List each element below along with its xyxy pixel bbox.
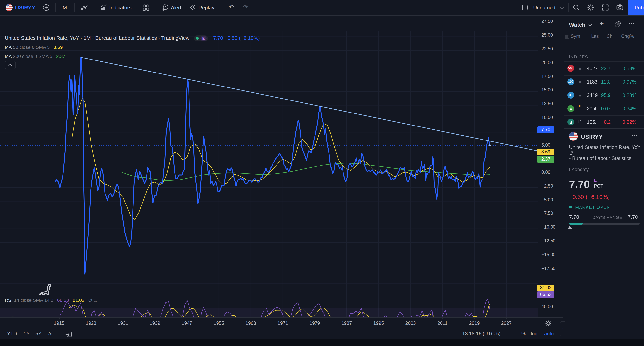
column-symbol[interactable]: Symbol xyxy=(571,33,580,39)
row-divider xyxy=(564,102,644,102)
column-chg[interactable]: Chg xyxy=(606,33,613,39)
time-axis-label: 2011 xyxy=(437,320,448,326)
symbol-detail-name[interactable]: USIRYY xyxy=(581,133,603,140)
indicators-icon[interactable] xyxy=(100,4,107,11)
watchlist-menu-icon[interactable]: ••• xyxy=(628,22,634,26)
pie-chart-icon[interactable] xyxy=(614,21,621,28)
market-status-row: MARKET OPEN xyxy=(569,203,610,210)
rsi-name: RSI xyxy=(5,298,12,303)
rsi-badge: 66.53 xyxy=(537,291,554,298)
watchlist-row[interactable]: 500402723.70.59% xyxy=(564,62,644,75)
cell-last: 1183 xyxy=(587,79,600,85)
data-status-pill[interactable]: E xyxy=(194,35,208,41)
symbol-flag-avatar[interactable] xyxy=(6,4,12,11)
price-chart xyxy=(0,15,538,333)
log-scale-button[interactable]: log xyxy=(531,331,537,337)
watchlist-title[interactable]: Watch xyxy=(569,22,586,28)
symbol-price-unit: PCT xyxy=(594,183,604,189)
day-range-bar xyxy=(569,223,640,224)
time-axis-tick xyxy=(474,318,475,319)
price-axis-label: −5.00 xyxy=(542,197,553,202)
range-button-1y[interactable]: 1Y xyxy=(24,331,30,337)
clock-time[interactable]: 13:18:16 (UTC-5) xyxy=(462,331,501,337)
price-axis-label: 20.00 xyxy=(542,60,553,65)
market-open-dot-icon xyxy=(569,206,572,208)
cell-chg-pct: 0.34% xyxy=(614,106,636,111)
fullscreen-icon[interactable] xyxy=(602,4,609,11)
column-last[interactable]: Last xyxy=(591,33,600,39)
camera-icon[interactable] xyxy=(616,3,624,11)
dinosaur-sticker-icon[interactable] xyxy=(38,281,52,297)
replay-button[interactable]: Replay xyxy=(198,5,214,11)
row-divider xyxy=(564,75,644,76)
chart-title[interactable]: United States Inflation Rate, YoY · 1M ·… xyxy=(5,35,190,41)
bottom-toolbar: YTD1Y5YAll 13:18:16 (UTC-5) % log auto xyxy=(0,329,563,339)
symbol-button[interactable]: USIRYY xyxy=(15,4,35,11)
symbol-logo-icon: 100 xyxy=(568,78,574,85)
price-axis-label: 17.50 xyxy=(542,73,553,79)
alert-icon[interactable] xyxy=(162,3,169,11)
range-button-all[interactable]: All xyxy=(48,331,54,337)
column-chg-pct[interactable]: Chg% xyxy=(621,33,634,39)
search-icon[interactable] xyxy=(572,4,580,11)
range-button-ytd[interactable]: YTD xyxy=(7,331,17,337)
flag-column-icon[interactable] xyxy=(564,34,570,39)
chart-pane[interactable]: United States Inflation Rate, YoY · 1M ·… xyxy=(0,15,538,317)
watchlist-section-label[interactable]: INDICES xyxy=(569,54,588,59)
ma50-legend-row[interactable]: MA 50 close 0 SMA 5 3.69 xyxy=(5,44,63,50)
time-axis-label: 1947 xyxy=(182,320,192,326)
chevron-down-icon[interactable] xyxy=(588,24,592,27)
go-to-date-icon[interactable] xyxy=(66,331,72,338)
layout-icon[interactable] xyxy=(521,4,528,11)
redo-icon[interactable]: ↷ xyxy=(243,3,248,11)
top-toolbar: USIRYY M Indicators Alert Replay ↶ ↷ xyxy=(0,0,644,16)
symbol-sector[interactable]: Economy xyxy=(569,167,589,172)
price-scale[interactable]: 27.5025.0022.5020.0017.5015.0012.5010.00… xyxy=(538,15,564,317)
alert-button[interactable]: Alert xyxy=(171,5,181,11)
compare-add-symbol-icon[interactable] xyxy=(42,4,50,11)
price-axis-label: −17.50 xyxy=(542,265,556,271)
rsi-value: 66.53 xyxy=(57,298,69,303)
rsi-empty-values: ∅ ∅ xyxy=(88,298,98,303)
indicators-button[interactable]: Indicators xyxy=(109,5,132,11)
watchlist-row[interactable]: 30341995.90.28% xyxy=(564,89,644,102)
current-price-badge: 7.70 xyxy=(537,127,554,133)
legend-collapse-button[interactable] xyxy=(5,61,16,69)
percent-scale-button[interactable]: % xyxy=(521,331,526,337)
undo-icon[interactable]: ↶ xyxy=(229,3,234,11)
ma200-legend-row[interactable]: MA 200 close 0 SMA 5 2.37 xyxy=(5,54,65,59)
auto-scale-button[interactable]: auto xyxy=(544,331,554,337)
gear-icon[interactable] xyxy=(587,4,594,11)
layout-name-button[interactable]: Unnamed xyxy=(533,5,556,11)
delayed-data-flag: D xyxy=(579,104,581,108)
rsi-legend-row[interactable]: RSI 14 close SMA 14 2 66.53 81.02 ∅ ∅ xyxy=(5,298,98,303)
external-link-icon[interactable] xyxy=(569,151,574,155)
price-axis-label: −10.00 xyxy=(542,224,556,230)
watchlist-row[interactable]: $D105.−0.2−0.22% xyxy=(564,115,644,129)
toolbar-separator xyxy=(55,3,56,12)
ma50-params: 50 close 0 SMA 5 xyxy=(13,44,50,50)
publish-button[interactable]: Publish xyxy=(628,0,644,15)
range-button-5y[interactable]: 5Y xyxy=(36,331,42,337)
time-axis[interactable]: 1915192319311939194719551963197119791987… xyxy=(0,317,563,329)
time-axis-tick xyxy=(315,318,315,319)
interval-button[interactable]: M xyxy=(63,5,67,11)
cell-chg: 113. xyxy=(601,79,613,85)
watchlist-row[interactable]: »D20.40.070.34% xyxy=(564,102,644,115)
chevron-down-icon[interactable] xyxy=(560,6,564,9)
price-axis-label: −12.50 xyxy=(542,238,556,244)
chart-style-icon[interactable] xyxy=(81,4,88,11)
watchlist-panel: Watch + ••• Symbol Last Chg Chg% INDICES… xyxy=(564,15,644,339)
symbol-menu-icon[interactable]: ••• xyxy=(632,134,638,138)
ma200-price-badge: 2.37 xyxy=(537,156,554,163)
replay-icon[interactable] xyxy=(189,4,196,11)
time-axis-label: 2019 xyxy=(469,320,480,326)
time-axis-label: 1995 xyxy=(373,320,384,326)
panel-collapse-handle[interactable]: › xyxy=(560,321,565,336)
watchlist-row[interactable]: 1001183113.0.97% xyxy=(564,75,644,89)
watchlist-add-icon[interactable]: + xyxy=(600,19,604,28)
sun-icon[interactable] xyxy=(546,320,551,326)
time-axis-tick xyxy=(187,318,187,319)
indicator-templates-icon[interactable] xyxy=(142,4,150,11)
descending-trendline[interactable] xyxy=(81,57,538,151)
